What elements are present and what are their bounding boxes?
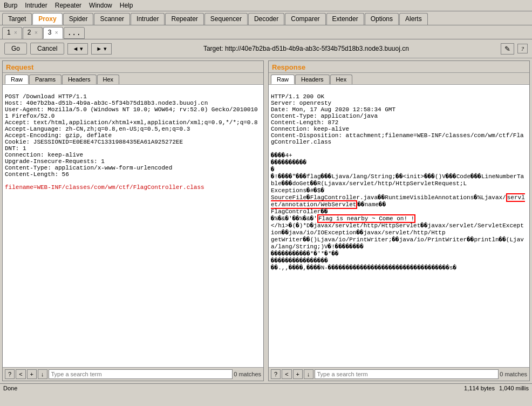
response-bottom-text: </h1>�(�)*D�javax/servlet/http/HttpServl… <box>271 222 524 271</box>
tab-spider[interactable]: Spider <box>63 13 94 25</box>
menu-burp[interactable]: Burp <box>2 1 19 10</box>
request-search-help[interactable]: ? <box>5 369 15 379</box>
request-tab-headers[interactable]: Headers <box>62 75 97 84</box>
menu-bar: Burp Intruder Repeater Window Help <box>0 0 532 11</box>
sub-tab-3[interactable]: 3 × <box>43 27 63 39</box>
menu-repeater[interactable]: Repeater <box>53 1 83 10</box>
help-button[interactable]: ? <box>517 44 528 53</box>
tab-options[interactable]: Options <box>365 13 399 25</box>
main-tabs: Target Proxy Spider Scanner Intruder Rep… <box>0 11 532 25</box>
sub-tab-more[interactable]: ... <box>64 27 85 39</box>
tab-proxy[interactable]: Proxy <box>32 13 62 25</box>
request-match-count: 0 matches <box>234 371 261 377</box>
response-top-text: HTTP/1.1 200 OK Server: openresty Date: … <box>271 93 524 145</box>
target-label: Target: http://40e7b2ba-d51b-4b9a-ab3c-5… <box>115 45 497 52</box>
response-tab-headers[interactable]: Headers <box>295 75 330 84</box>
response-search-next-btn[interactable]: + <box>293 369 303 379</box>
cancel-button[interactable]: Cancel <box>30 43 64 55</box>
response-tab-raw[interactable]: Raw <box>271 75 295 84</box>
status-bar: Done 1,114 bytes 1,040 millis <box>0 383 532 393</box>
response-pane-wrapper: Response Raw Headers Hex HTTP/1.1 200 OK… <box>266 58 532 383</box>
request-search-prev[interactable]: < <box>16 369 25 379</box>
response-tabs: Raw Headers Hex <box>269 73 529 85</box>
request-search-next-btn[interactable]: + <box>27 369 37 379</box>
tab-decoder[interactable]: Decoder <box>248 13 284 25</box>
request-headers-text: POST /Download HTTP/1.1 Host: 40e7b2ba-d… <box>5 93 258 178</box>
response-search-prev[interactable]: < <box>282 369 291 379</box>
tab-repeater[interactable]: Repeater <box>165 13 203 25</box>
response-header: Response <box>269 61 529 73</box>
response-search-bar: ? < + ↓ 0 matches <box>269 367 529 381</box>
response-match-count: 0 matches <box>500 371 527 377</box>
go-button[interactable]: Go <box>4 43 27 55</box>
tab-alerts[interactable]: Alerts <box>399 13 428 25</box>
tab-comparer[interactable]: Comparer <box>285 13 325 25</box>
toolbar: Go Cancel ◄ ▾ ► ▾ Target: http://40e7b2b… <box>0 39 532 58</box>
status-text: Done <box>3 385 17 391</box>
request-pane-wrapper: Request Raw Params Headers Hex POST /Dow… <box>0 58 266 383</box>
menu-window[interactable]: Window <box>87 1 114 10</box>
status-millis: 1,040 millis <box>499 385 529 391</box>
response-highlight-flag: Flag is nearby ~ Come on! ! <box>317 214 415 223</box>
edit-target-button[interactable]: ✎ <box>501 43 514 55</box>
request-tab-params[interactable]: Params <box>29 75 62 84</box>
response-binary-top: ����4+ ���������� � �!����"���flag���Lja… <box>271 152 524 201</box>
status-bytes: 1,114 bytes <box>464 385 495 391</box>
response-search-input[interactable] <box>315 369 499 379</box>
request-tabs: Raw Params Headers Hex <box>3 73 263 85</box>
content-area: Request Raw Params Headers Hex POST /Dow… <box>0 58 532 383</box>
sub-tab-2[interactable]: 2 × <box>23 27 43 39</box>
status-right: 1,114 bytes 1,040 millis <box>464 385 529 391</box>
sub-tabs: 1 × 2 × 3 × ... <box>0 25 532 39</box>
tab-extender[interactable]: Extender <box>326 13 364 25</box>
tab-target[interactable]: Target <box>2 13 32 25</box>
response-search-down[interactable]: ↓ <box>304 369 313 379</box>
request-body-highlight: filename=WEB-INF/classes/com/wm/ctf/Flag… <box>5 184 204 191</box>
response-search-help[interactable]: ? <box>271 369 281 379</box>
request-header: Request <box>3 61 263 73</box>
response-pane: Response Raw Headers Hex HTTP/1.1 200 OK… <box>268 60 530 381</box>
request-tab-raw[interactable]: Raw <box>5 75 29 84</box>
tab-scanner[interactable]: Scanner <box>94 13 130 25</box>
next-button[interactable]: ► ▾ <box>91 43 112 55</box>
menu-help[interactable]: Help <box>118 1 135 10</box>
request-tab-hex[interactable]: Hex <box>97 75 120 84</box>
sub-tab-1[interactable]: 1 × <box>2 27 22 39</box>
response-tab-hex[interactable]: Hex <box>330 75 353 84</box>
request-search-input[interactable] <box>49 369 233 379</box>
request-search-down[interactable]: ↓ <box>38 369 47 379</box>
menu-intruder[interactable]: Intruder <box>23 1 49 10</box>
request-content[interactable]: POST /Download HTTP/1.1 Host: 40e7b2ba-d… <box>3 85 263 367</box>
request-search-bar: ? < + ↓ 0 matches <box>3 367 263 381</box>
response-content[interactable]: HTTP/1.1 200 OK Server: openresty Date: … <box>269 85 529 367</box>
tab-intruder[interactable]: Intruder <box>131 13 165 25</box>
prev-button[interactable]: ◄ ▾ <box>67 43 88 55</box>
tab-sequencer[interactable]: Sequencer <box>204 13 248 25</box>
request-pane: Request Raw Params Headers Hex POST /Dow… <box>2 60 264 381</box>
target-text: Target: http://40e7b2ba-d51b-4b9a-ab3c-5… <box>203 45 409 52</box>
